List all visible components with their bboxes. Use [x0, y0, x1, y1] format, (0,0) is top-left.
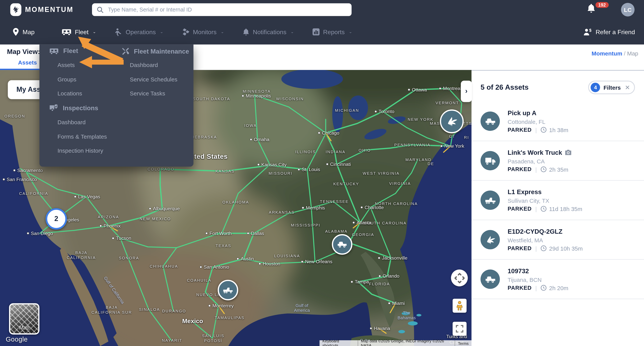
search-input[interactable] [107, 6, 346, 13]
map-pan-control[interactable] [451, 270, 468, 286]
menu-item-maintenance-dashboard[interactable]: Dashboard [130, 62, 158, 68]
asset-row[interactable]: 109732 Tijuana, BCN PARKED | 2h 20m [472, 260, 644, 299]
pan-arrows-icon [454, 273, 465, 283]
nav-item-fleet[interactable]: Fleet ⌄ [62, 28, 96, 36]
bell-icon [242, 28, 250, 36]
asset-parked-time: 2h 35m [549, 166, 568, 172]
refer-a-friend-button[interactable]: $ Refer a Friend [583, 28, 635, 36]
asset-row[interactable]: Link's Work Truck Pasadena, CA PARKED | … [472, 141, 644, 180]
keyboard-shortcuts-link[interactable]: Keyboard shortcuts [320, 340, 358, 346]
nav-label: Map [22, 29, 35, 35]
nav-item-monitors[interactable]: Monitors ⌄ [182, 28, 224, 36]
asset-type-icon [480, 191, 500, 210]
menu-item-groups[interactable]: Groups [58, 76, 76, 83]
asset-status: PARKED [508, 245, 532, 251]
momentum-logo[interactable]: MOMENTUM [10, 3, 74, 16]
divider: | [535, 166, 537, 172]
filters-chip[interactable]: 4 Filters ✕ [588, 81, 635, 94]
nav-item-operations[interactable]: Operations ⌄ [114, 28, 164, 36]
asset-location: Sullivan City, TX [508, 197, 582, 204]
asset-row[interactable]: Pick up A Cottondale, FL PARKED | 1h 38m [472, 102, 644, 141]
map-data-attribution: Map data ©2026 Google, INEGI Imagery ©20… [358, 340, 455, 346]
wrench-screwdriver-icon [122, 47, 130, 55]
operations-icon [114, 28, 122, 36]
asset-row[interactable]: E1D2-CYDQ-2GLZ Westfield, MA PARKED | 29… [472, 220, 644, 259]
breadcrumb-momentum[interactable]: Momentum [592, 50, 622, 57]
chevron-down-icon: ⌄ [160, 30, 163, 34]
clock-icon [540, 285, 547, 291]
chevron-down-icon: ⌄ [349, 30, 352, 34]
clock-icon [540, 245, 547, 251]
divider: | [535, 206, 537, 212]
asset-type-icon [480, 270, 500, 289]
nav-item-map[interactable]: Map [12, 28, 34, 36]
main-nav: Map Fleet ⌄ Operations ⌄ Monitors ⌄ Noti… [0, 19, 644, 45]
asset-parked-time: 29d 10h 35m [549, 245, 583, 252]
divider: | [535, 285, 537, 291]
notifications-count-badge: 192 [595, 2, 608, 8]
panel-header: 5 of 26 Assets 4 Filters ✕ [472, 71, 644, 102]
divider: | [535, 245, 537, 252]
thumb-label: Map [10, 325, 38, 331]
menu-item-inspections-dashboard[interactable]: Dashboard [58, 119, 86, 125]
pickup-marker[interactable] [332, 234, 352, 255]
cluster-marker[interactable]: 2 [46, 208, 67, 229]
asset-parked-time: 2h 20m [549, 285, 568, 291]
tab-assets[interactable]: Assets [18, 59, 37, 66]
asset-location: Westfield, MA [508, 237, 583, 243]
notifications-bell[interactable]: 192 [586, 3, 603, 17]
breadcrumb-separator: / [624, 50, 626, 57]
nav-label: Notifications [253, 29, 286, 35]
filters-clear-icon[interactable]: ✕ [625, 84, 630, 91]
terms-link[interactable]: Terms [455, 340, 472, 346]
asset-status: PARKED [508, 127, 532, 133]
global-search[interactable] [92, 3, 352, 16]
google-logo: Google [6, 336, 28, 343]
nav-item-notifications[interactable]: Notifications ⌄ [242, 28, 294, 36]
user-avatar[interactable]: LC [621, 3, 634, 17]
fleet-maintenance-section-header: Fleet Maintenance [122, 47, 189, 55]
asset-row[interactable]: L1 Express Sullivan City, TX PARKED | 11… [472, 181, 644, 220]
menu-item-forms-templates[interactable]: Forms & Templates [58, 133, 107, 140]
chevron-down-icon: ⌄ [290, 30, 294, 34]
refer-friend-icon: $ [583, 28, 592, 36]
asset-name: 109732 [508, 267, 568, 275]
asset-status: PARKED [508, 285, 532, 291]
breadcrumb-map: Map [627, 50, 638, 57]
panel-collapse-button[interactable]: › [461, 81, 472, 102]
clock-icon [540, 166, 547, 172]
menu-item-assets[interactable]: Assets [58, 62, 75, 68]
menu-item-service-tasks[interactable]: Service Tasks [130, 90, 165, 97]
filters-count-badge: 4 [591, 83, 600, 92]
asset-location: Tijuana, BCN [508, 276, 568, 283]
inspection-truck-shield-icon [49, 104, 58, 112]
pegman-icon [456, 301, 464, 310]
reports-icon [312, 28, 320, 36]
map-type-toggle[interactable]: Map [9, 303, 40, 334]
fleet-truck-icon [49, 47, 59, 54]
refer-label: Refer a Friend [596, 29, 635, 35]
momentum-logo-text: MOMENTUM [25, 6, 74, 14]
fullscreen-control[interactable] [452, 322, 466, 336]
semi-marker[interactable] [218, 280, 238, 300]
nav-item-reports[interactable]: Reports ⌄ [312, 28, 352, 36]
asset-name: L1 Express [508, 188, 582, 196]
menu-item-locations[interactable]: Locations [58, 90, 82, 97]
section-title: Fleet [63, 47, 78, 55]
menu-item-service-schedules[interactable]: Service Schedules [130, 76, 177, 83]
app-window: OREGONSacramentoSan FranciscoCALIFORNIAL… [0, 0, 644, 346]
camera-icon [565, 150, 571, 155]
map-pin-icon [12, 28, 19, 36]
clock-icon [540, 127, 547, 133]
menu-item-inspection-history[interactable]: Inspection History [58, 147, 103, 154]
pegman-control[interactable] [452, 299, 466, 313]
nav-label: Reports [323, 29, 345, 35]
nav-label: Monitors [193, 29, 216, 35]
chevron-down-icon: ⌄ [220, 30, 224, 34]
search-icon [97, 6, 104, 13]
asset-location: Pasadena, CA [508, 158, 571, 164]
section-title: Inspections [63, 104, 98, 112]
eagle-marker[interactable] [440, 109, 464, 133]
asset-status: PARKED [508, 206, 532, 212]
asset-name: Pick up A [508, 109, 568, 117]
